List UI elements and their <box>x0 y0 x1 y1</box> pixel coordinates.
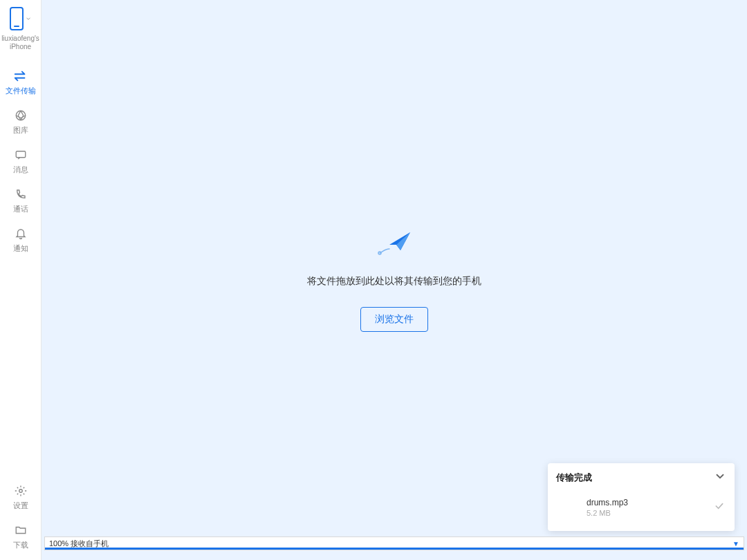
progress-bar[interactable]: 100% 接收自手机 ▼ <box>44 536 744 550</box>
sidebar: liuxiaofeng's iPhone 文件传输 图库 消息 通话 <box>0 0 42 560</box>
chevron-down-icon <box>25 12 32 25</box>
progress-text: 100% 接收自手机 <box>45 539 109 549</box>
sidebar-item-label: 图库 <box>13 125 28 136</box>
sidebar-item-label: 通知 <box>13 243 28 254</box>
gear-icon <box>15 484 27 498</box>
main-content: 将文件拖放到此处以将其传输到您的手机 浏览文件 传输完成 drums.mp3 5… <box>42 0 747 560</box>
paper-plane-icon <box>376 228 413 260</box>
svg-point-0 <box>16 111 26 120</box>
svg-point-2 <box>19 489 22 493</box>
drop-zone-message: 将文件拖放到此处以将其传输到您的手机 <box>307 275 481 288</box>
transfer-file-row[interactable]: drums.mp3 5.2 MB <box>548 494 735 521</box>
sidebar-item-gallery[interactable]: 图库 <box>0 102 41 141</box>
sidebar-item-file-transfer[interactable]: 文件传输 <box>0 62 41 102</box>
transfer-panel-title: 传输完成 <box>556 472 592 484</box>
transfer-complete-panel: 传输完成 drums.mp3 5.2 MB <box>548 463 735 531</box>
sidebar-item-label: 文件传输 <box>6 86 36 96</box>
sidebar-item-settings[interactable]: 设置 <box>0 477 41 516</box>
progress-track <box>45 548 744 550</box>
sidebar-item-notifications[interactable]: 通知 <box>0 220 41 259</box>
sidebar-item-downloads[interactable]: 下载 <box>0 516 41 556</box>
sidebar-item-calls[interactable]: 通话 <box>0 180 41 220</box>
message-icon <box>15 148 27 162</box>
progress-fill <box>45 548 744 550</box>
phone-icon <box>10 7 24 30</box>
collapse-panel-icon[interactable] <box>714 470 726 485</box>
transfer-file-size: 5.2 MB <box>587 509 714 517</box>
transfer-icon <box>13 69 28 83</box>
sidebar-item-label: 设置 <box>13 501 28 511</box>
device-name: liuxiaofeng's iPhone <box>0 35 41 51</box>
sidebar-item-label: 通话 <box>13 204 28 214</box>
aperture-icon <box>15 109 27 122</box>
browse-files-button[interactable]: 浏览文件 <box>360 307 428 332</box>
svg-rect-1 <box>16 151 26 158</box>
phone-call-icon <box>15 187 27 201</box>
sidebar-item-label: 下载 <box>13 540 28 550</box>
dropdown-caret-icon[interactable]: ▼ <box>732 540 739 548</box>
sidebar-item-label: 消息 <box>13 165 28 175</box>
bell-icon <box>15 227 27 241</box>
sidebar-item-messages[interactable]: 消息 <box>0 141 41 180</box>
transfer-file-name: drums.mp3 <box>587 498 714 507</box>
device-selector[interactable]: liuxiaofeng's iPhone <box>0 4 41 58</box>
check-icon <box>714 501 725 514</box>
folder-icon <box>15 523 27 537</box>
